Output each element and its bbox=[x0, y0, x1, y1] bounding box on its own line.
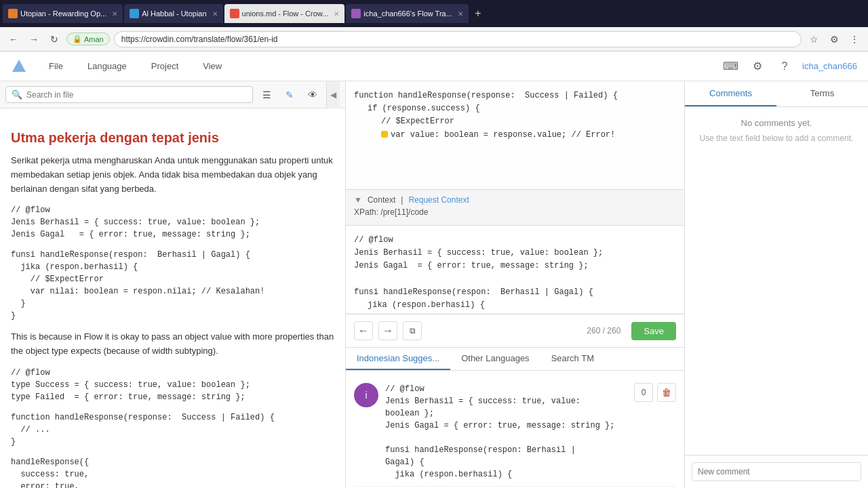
source-paragraph1: Serikat pekerja utma mengharuskan Anda u… bbox=[11, 154, 334, 196]
trans-line-5: funsi handleResponse(respon: Berhasil | … bbox=[354, 286, 676, 299]
browser-toolbar-icons: ☆ ⚙ ⋮ bbox=[806, 31, 863, 47]
prev-segment-button[interactable]: ← bbox=[354, 321, 373, 340]
delete-suggestion-button[interactable]: 🗑 bbox=[657, 383, 676, 402]
no-comments-text: No comments yet. bbox=[741, 118, 812, 128]
browser-tab-3[interactable]: unions.md - Flow - Crow... ✕ bbox=[224, 4, 345, 23]
browser-tab-2[interactable]: Al Habbal - Utopian ✕ bbox=[124, 4, 222, 23]
tab4-close[interactable]: ✕ bbox=[458, 10, 463, 18]
search-icon: 🔍 bbox=[12, 89, 22, 100]
suggestion-actions: 0 🗑 bbox=[634, 383, 676, 402]
avatar-text: i bbox=[365, 390, 367, 401]
tab-search-tm[interactable]: Search TM bbox=[540, 348, 605, 370]
tab1-label: Utopian - Rewarding Op... bbox=[20, 9, 106, 18]
security-label: Aman bbox=[84, 35, 104, 43]
src-line-1: function handleResponse(response: Succes… bbox=[354, 89, 676, 102]
security-badge: 🔒 Aman bbox=[66, 33, 110, 45]
request-context-link[interactable]: Request Context bbox=[408, 195, 469, 205]
context-xpath: XPath: /pre[11]/code bbox=[354, 207, 676, 217]
next-segment-button[interactable]: → bbox=[378, 321, 397, 340]
src-line-4: var value: boolean = response.value; // … bbox=[354, 129, 676, 142]
refresh-button[interactable]: ↻ bbox=[46, 31, 62, 47]
tab-terms[interactable]: Terms bbox=[776, 81, 868, 106]
settings-icon[interactable]: ⚙ bbox=[748, 57, 767, 76]
main-layout: 🔍 ☰ ✎ 👁 ◀ Utma pekerja dengan tepat jeni… bbox=[0, 81, 868, 488]
comment-hint: Use the text field below to add a commen… bbox=[696, 134, 857, 143]
tab-comments[interactable]: Comments bbox=[685, 81, 776, 106]
tab2-label: Al Habbal - Utopian bbox=[142, 9, 206, 18]
keyboard-icon[interactable]: ⌨ bbox=[721, 57, 740, 76]
edit-mode-button[interactable]: ✎ bbox=[280, 85, 299, 104]
tab1-favicon bbox=[8, 9, 18, 18]
context-area: ▼ Context | Request Context XPath: /pre[… bbox=[346, 190, 684, 226]
source-code2: funsi handleResponse(respon: Berhasil | … bbox=[11, 249, 334, 322]
translation-toolbar: ← → ⧉ 260 / 260 Save bbox=[346, 314, 684, 348]
source-code3: // @flow type Success = { success: true,… bbox=[11, 367, 334, 403]
nav-view[interactable]: View bbox=[197, 58, 227, 74]
vote-button[interactable]: 0 bbox=[634, 383, 653, 402]
context-expand-icon[interactable]: ▼ bbox=[354, 195, 362, 205]
nav-file[interactable]: File bbox=[43, 58, 68, 74]
browser-tab-1[interactable]: Utopian - Rewarding Op... ✕ bbox=[3, 4, 123, 23]
list-view-button[interactable]: ☰ bbox=[257, 85, 276, 104]
lock-icon: 🔒 bbox=[73, 35, 82, 43]
nav-language[interactable]: Language bbox=[82, 58, 132, 74]
trans-line-6: jika (respon.berhasil) { bbox=[354, 299, 676, 312]
right-content: No comments yet. Use the text field belo… bbox=[685, 107, 868, 455]
trans-line-1: // @flow bbox=[354, 234, 676, 247]
username-link[interactable]: icha_chan666 bbox=[802, 61, 857, 71]
tab-other-languages[interactable]: Other Languages bbox=[450, 348, 540, 370]
suggestion-avatar: i bbox=[354, 383, 378, 407]
search-input[interactable] bbox=[26, 90, 247, 100]
help-icon[interactable]: ? bbox=[775, 57, 794, 76]
copy-source-button[interactable]: ⧉ bbox=[403, 321, 422, 340]
app-logo-icon bbox=[11, 58, 27, 75]
right-tabs: Comments Terms bbox=[685, 81, 868, 107]
trans-line-4 bbox=[354, 273, 676, 286]
suggestion-text: // @flow Jenis Berhasil = { success: tru… bbox=[385, 383, 627, 481]
extensions-icon[interactable]: ⚙ bbox=[826, 31, 842, 47]
xpath-label: XPath: /pre[11]/code bbox=[354, 207, 428, 217]
tab4-label: icha_chan666's Flow Tra... bbox=[363, 9, 452, 18]
new-comment-input[interactable] bbox=[692, 462, 861, 481]
translation-editor[interactable]: // @flow Jenis Berhasil = { success: tru… bbox=[346, 226, 684, 314]
spacer-top bbox=[11, 117, 334, 130]
tab1-close[interactable]: ✕ bbox=[112, 10, 117, 18]
tab2-favicon bbox=[130, 9, 139, 18]
app-header-right: ⌨ ⚙ ? icha_chan666 bbox=[721, 57, 857, 76]
url-input[interactable] bbox=[114, 31, 802, 47]
app-logo bbox=[11, 58, 30, 75]
browser-tabbar: Utopian - Rewarding Op... ✕ Al Habbal - … bbox=[0, 0, 868, 27]
back-button[interactable]: ← bbox=[5, 31, 22, 47]
left-content: Utma pekerja dengan tepat jenis Serikat … bbox=[0, 108, 345, 488]
context-separator: | bbox=[401, 195, 403, 205]
context-label: Context bbox=[368, 195, 395, 205]
left-toolbar: 🔍 ☰ ✎ 👁 ◀ bbox=[0, 81, 345, 108]
tab-indonesian[interactable]: Indonesian Sugges... bbox=[346, 348, 450, 370]
tab3-close[interactable]: ✕ bbox=[334, 10, 339, 18]
src-line-2: if (response.success) { bbox=[354, 102, 676, 115]
source-code5: handleResponse({ success: true, error: t… bbox=[11, 456, 334, 488]
source-code1: // @flow Jenis Berhasil = { success: tru… bbox=[11, 204, 334, 241]
right-panel: Comments Terms No comments yet. Use the … bbox=[685, 81, 868, 488]
tab3-favicon bbox=[230, 9, 239, 18]
source-code4: function handleResponse(response: Succes… bbox=[11, 411, 334, 448]
preview-button[interactable]: 👁 bbox=[303, 85, 322, 104]
src-line-3: // $ExpectError bbox=[354, 115, 676, 128]
nav-project[interactable]: Project bbox=[146, 58, 184, 74]
left-panel: 🔍 ☰ ✎ 👁 ◀ Utma pekerja dengan tepat jeni… bbox=[0, 81, 346, 488]
tab2-close[interactable]: ✕ bbox=[212, 10, 218, 18]
browser-tab-4[interactable]: icha_chan666's Flow Tra... ✕ bbox=[346, 4, 469, 23]
error-indicator bbox=[381, 131, 388, 138]
new-comment-area bbox=[685, 455, 868, 488]
save-button[interactable]: Save bbox=[631, 322, 676, 340]
segment-counter: 260 / 260 bbox=[587, 326, 620, 336]
menu-icon[interactable]: ⋮ bbox=[846, 31, 863, 47]
source-paragraph2: This is because in Flow it is okay to pa… bbox=[11, 330, 334, 359]
forward-button[interactable]: → bbox=[26, 31, 42, 47]
source-heading: Utma pekerja dengan tepat jenis bbox=[11, 130, 334, 146]
collapse-left-button[interactable]: ◀ bbox=[326, 81, 340, 108]
suggestions-area: i // @flow Jenis Berhasil = { success: t… bbox=[346, 371, 684, 488]
new-tab-button[interactable]: + bbox=[470, 5, 486, 22]
bookmark-icon[interactable]: ☆ bbox=[806, 31, 822, 47]
address-bar: ← → ↻ 🔒 Aman ☆ ⚙ ⋮ bbox=[0, 27, 868, 52]
